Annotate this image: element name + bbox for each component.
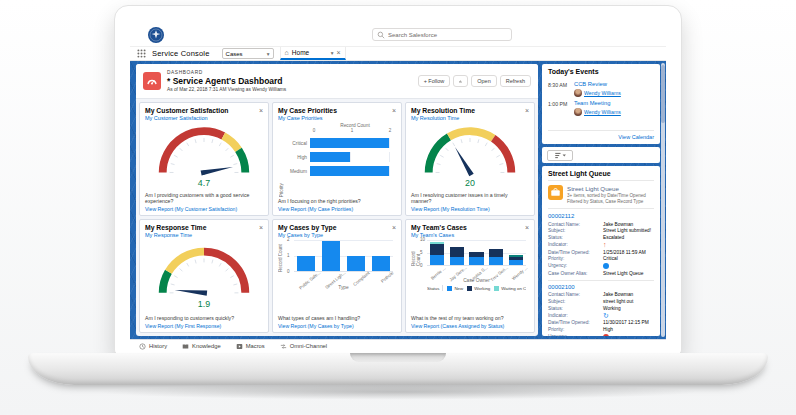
widget-subtitle-link[interactable]: My Customer Satisfaction xyxy=(145,115,263,121)
response-time-gauge: 1.9 xyxy=(145,240,263,314)
field-value: 1/25/2018 11:59 AM xyxy=(603,250,646,255)
case-number-link[interactable]: 00002100 xyxy=(548,284,654,290)
chart-icon-button[interactable] xyxy=(453,75,468,87)
gauge-value: 20 xyxy=(465,178,475,188)
plot-area: 012 xyxy=(294,240,393,272)
widget-question: Am I providing customers with a good ser… xyxy=(145,192,263,206)
widget-title: My Response Time xyxy=(145,224,206,231)
global-search[interactable] xyxy=(372,28,512,41)
utility-bar: History Knowledge Macros Omni-Channel xyxy=(130,339,666,352)
widget-close-icon[interactable]: × xyxy=(259,107,263,114)
view-report-link[interactable]: View Report (My Customer Satisfaction) xyxy=(145,206,263,212)
legend-label: Waiting on Customer xyxy=(501,286,526,291)
bar[interactable] xyxy=(322,241,340,271)
field-label: Indicator: xyxy=(548,242,603,247)
bar[interactable] xyxy=(347,256,365,271)
app-name: Service Console xyxy=(152,49,210,58)
widget-close-icon[interactable]: × xyxy=(392,107,396,114)
person-link[interactable]: Wendy Williams xyxy=(584,90,621,96)
bar-segment[interactable] xyxy=(489,249,503,257)
follow-button[interactable]: + Follow xyxy=(418,75,451,87)
widget-close-icon[interactable]: × xyxy=(259,224,263,231)
field-label: Status: xyxy=(548,235,603,240)
bar[interactable] xyxy=(372,256,390,271)
view-report-link[interactable]: View Report (Cases Assigned by Status) xyxy=(411,323,529,329)
scrollbar-thumb[interactable] xyxy=(661,65,665,123)
field-value: High xyxy=(603,327,613,332)
tab-label: Home xyxy=(292,49,309,56)
event-link[interactable]: Team Meeting xyxy=(574,100,621,106)
bar-segment[interactable] xyxy=(430,255,444,265)
bar-segment[interactable] xyxy=(430,244,444,254)
gauge-segment xyxy=(429,137,449,173)
widget-subtitle-link[interactable]: My Response Time xyxy=(145,232,263,238)
widget-subtitle-link[interactable]: My Resolution Time xyxy=(411,115,529,121)
queue-list-summary: Street Light Queue 3+ items, sorted by D… xyxy=(542,181,660,208)
field-value: Escalated xyxy=(603,235,624,240)
utility-macros[interactable]: Macros xyxy=(236,343,265,350)
bar-segment[interactable] xyxy=(509,260,523,265)
view-report-link[interactable]: View Report (My Cases by Type) xyxy=(278,323,396,329)
chevron-down-icon[interactable]: ▾ xyxy=(331,50,334,56)
home-icon: ⌂ xyxy=(285,49,289,56)
widget-subtitle-link[interactable]: My Team's Cases xyxy=(411,232,529,238)
view-report-link[interactable]: View Report (My First Response) xyxy=(145,323,263,329)
app-launcher-icon[interactable] xyxy=(137,49,146,58)
teams-cases-stacked-chart: Record Count 0510 Bernie ...Jay Sere...L… xyxy=(411,240,529,314)
value-axis-title: Record Count xyxy=(278,240,283,272)
gauge-segment xyxy=(204,252,245,293)
field-label: Contact Name: xyxy=(548,292,603,297)
right-sidebar: Today's Events 8:30 AM CCB Review Wendy … xyxy=(542,64,660,336)
legend-swatch xyxy=(447,286,452,291)
case-field-row: Status:Working xyxy=(548,305,654,312)
sort-button[interactable] xyxy=(547,150,573,161)
utility-knowledge[interactable]: Knowledge xyxy=(182,343,221,350)
refresh-button[interactable]: Refresh xyxy=(500,75,531,87)
event-link[interactable]: CCB Review xyxy=(574,81,621,87)
bar-segment[interactable] xyxy=(469,257,483,265)
widget-case-priorities: My Case Priorities× My Case Priorities P… xyxy=(272,102,402,216)
widget-subtitle-link[interactable]: My Case Priorities xyxy=(278,115,396,121)
gauge-value: 1.9 xyxy=(198,299,210,309)
utility-label: Knowledge xyxy=(192,343,221,349)
bar[interactable] xyxy=(297,256,315,271)
widget-close-icon[interactable]: × xyxy=(525,224,529,231)
utility-omni-channel[interactable]: Omni-Channel xyxy=(280,343,327,350)
scrollbar[interactable] xyxy=(661,63,665,337)
search-input[interactable] xyxy=(388,32,507,38)
close-icon[interactable]: × xyxy=(337,49,341,56)
bar-segment[interactable] xyxy=(450,257,464,265)
queue-list-title[interactable]: Street Light Queue xyxy=(567,185,646,192)
category-label: Public Safe... xyxy=(298,270,324,294)
view-report-link[interactable]: View Report (My Case Priorities) xyxy=(278,206,396,212)
case-number-link[interactable]: 00002112 xyxy=(548,213,654,219)
omni-channel-icon xyxy=(280,343,287,350)
category-label: Complaint xyxy=(349,270,374,293)
workspace-select[interactable]: Cases ▾ xyxy=(222,48,274,59)
case-field-row: Case Owner Alias:Street Light Queue xyxy=(548,270,654,277)
widget-close-icon[interactable]: × xyxy=(392,224,396,231)
view-calendar-link[interactable]: View Calendar xyxy=(618,134,654,140)
field-label: Contact Name: xyxy=(548,222,603,227)
view-report-link[interactable]: View Report (My Resolution Time) xyxy=(411,206,529,212)
case-field-row: Subject:street light out xyxy=(548,298,654,305)
bar[interactable] xyxy=(310,152,350,162)
widget-response-time: My Response Time× My Response Time 1.9 A… xyxy=(139,219,269,333)
queue-sort-line: 3+ items, sorted by Date/Time Opened xyxy=(567,193,646,198)
divider xyxy=(548,130,654,131)
person-link[interactable]: Wendy Williams xyxy=(584,109,621,115)
widget-close-icon[interactable]: × xyxy=(525,107,529,114)
category-axis-title: Priority xyxy=(279,135,284,197)
case-field-row: Contact Name:Jake Bowman xyxy=(548,221,654,228)
tab-home[interactable]: ⌂ Home ▾ × xyxy=(280,47,346,60)
bar[interactable] xyxy=(310,166,389,176)
field-label: Status: xyxy=(548,306,603,311)
open-button[interactable]: Open xyxy=(471,75,496,87)
laptop-base xyxy=(28,353,768,385)
widget-subtitle-link[interactable]: My Cases by Type xyxy=(278,232,396,238)
case-field-row: Indicator:↑ xyxy=(548,241,654,249)
utility-history[interactable]: History xyxy=(139,343,167,350)
bar-segment[interactable] xyxy=(489,257,503,265)
bar[interactable] xyxy=(310,138,389,148)
bar-segment[interactable] xyxy=(450,247,464,257)
